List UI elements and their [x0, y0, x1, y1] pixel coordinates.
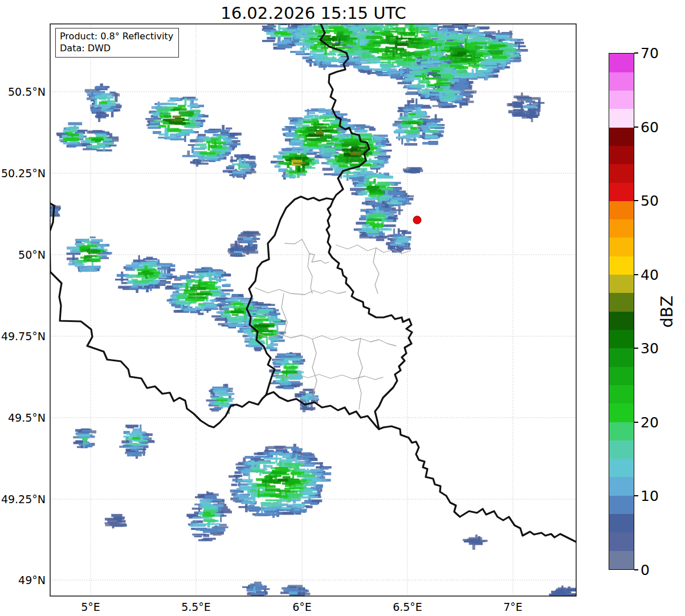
colorbar-tick-label: 50 [641, 193, 659, 209]
colorbar-segment [609, 164, 634, 183]
x-tick-label: 5°E [81, 601, 100, 613]
colorbar-segment [609, 422, 634, 440]
colorbar-segment [609, 109, 634, 128]
colorbar-segment [609, 459, 634, 478]
colorbar-segment [609, 127, 634, 146]
map-canvas [0, 0, 685, 616]
colorbar-tick-label: 20 [641, 414, 659, 430]
colorbar-segment [609, 495, 634, 514]
colorbar-tick-label: 0 [641, 562, 650, 578]
colorbar-segment [609, 145, 634, 164]
y-tick-label: 49.75°N [0, 330, 46, 342]
colorbar-segment [609, 329, 634, 348]
colorbar-tick-mark [634, 569, 638, 570]
y-tick-label: 49°N [0, 574, 46, 586]
colorbar-tick-label: 60 [641, 119, 659, 135]
colorbar-tick-mark [634, 348, 638, 349]
colorbar-tick-label: 10 [641, 488, 659, 504]
colorbar-segment [609, 348, 634, 367]
colorbar-segment [609, 275, 634, 293]
y-tick-label: 50°N [0, 248, 46, 261]
colorbar-tick-mark [634, 495, 638, 496]
colorbar-segment [609, 72, 634, 91]
x-tick-label: 5.5°E [181, 601, 211, 613]
colorbar-segment [609, 477, 634, 496]
y-tick-label: 50.5°N [0, 85, 46, 98]
colorbar-segment [609, 550, 634, 569]
colorbar-segment [609, 366, 634, 385]
colorbar-tick-mark [634, 127, 638, 128]
colorbar-segment [609, 256, 634, 275]
x-tick-label: 6°E [292, 601, 312, 613]
colorbar-tick-mark [634, 422, 638, 423]
colorbar-tick-label: 40 [641, 266, 659, 283]
x-tick-label: 7°E [503, 601, 523, 613]
colorbar-segment [609, 311, 634, 330]
info-box: Product: 0.8° Reflectivity Data: DWD [55, 28, 179, 58]
colorbar-segment [609, 532, 634, 551]
info-product-line: Product: 0.8° Reflectivity [60, 30, 173, 42]
colorbar [609, 53, 634, 570]
y-tick-label: 50.25°N [0, 167, 46, 180]
info-data-line: Data: DWD [60, 42, 173, 54]
colorbar-tick-label: 70 [641, 45, 659, 62]
colorbar-segment [609, 293, 634, 312]
colorbar-segment [609, 238, 634, 256]
colorbar-tick-label: 30 [641, 340, 659, 357]
colorbar-segment [609, 440, 634, 459]
colorbar-segment [609, 513, 634, 532]
colorbar-segment [609, 201, 634, 219]
radar-site-marker [413, 216, 421, 224]
colorbar-segment [609, 403, 634, 422]
y-tick-label: 49.5°N [0, 411, 46, 424]
colorbar-segment [609, 182, 634, 201]
colorbar-tick-mark [634, 52, 638, 54]
colorbar-tick-mark [634, 274, 638, 275]
colorbar-tick-mark [634, 200, 638, 201]
y-tick-label: 49.25°N [0, 493, 46, 505]
x-tick-label: 6.5°E [393, 601, 422, 613]
colorbar-segment [609, 385, 634, 403]
colorbar-segment [609, 90, 634, 109]
colorbar-segment [609, 54, 634, 72]
colorbar-segment [609, 219, 634, 238]
colorbar-unit-label: dBZ [658, 53, 676, 570]
